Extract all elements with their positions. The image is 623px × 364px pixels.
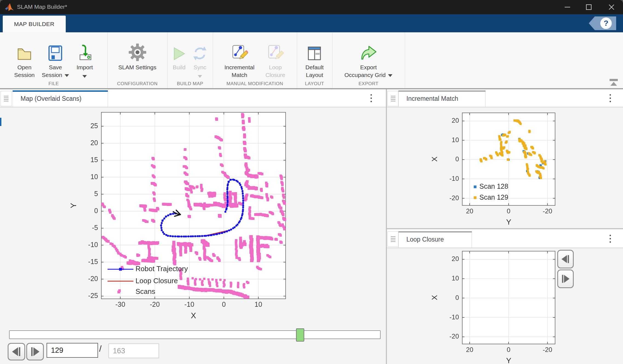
map-panel-title: Map (Overlaid Scans) (21, 95, 81, 102)
step-forward-icon (560, 274, 571, 284)
sync-button: Sync (192, 35, 208, 79)
step-forward-icon (29, 346, 41, 357)
tab-incremental-match[interactable]: Incremental Match (398, 90, 486, 107)
total-frames-input (108, 343, 159, 358)
frame-separator: / (99, 344, 102, 354)
loop-plot-canvas[interactable] (387, 248, 623, 364)
section-label-build-map: BUILD MAP (167, 81, 213, 87)
collapse-ribbon-button[interactable] (608, 78, 619, 87)
toolstrip: OpenSession SaveSession Import FILE (0, 32, 623, 89)
scan-slider-thumb[interactable] (296, 328, 304, 342)
loop-panel-grip[interactable] (387, 231, 398, 247)
export-occupancy-grid-button[interactable]: ExportOccupancy Grid (344, 35, 393, 79)
window-title: SLAM Map Builder* (17, 4, 67, 10)
import-button[interactable]: Import (76, 35, 93, 79)
map-panel-header: Map (Overlaid Scans) (0, 89, 386, 107)
section-manual-modification: IncrementalMatch LoopClosure MANUAL MODI… (213, 32, 297, 88)
tab-map-overlaid-scans[interactable]: Map (Overlaid Scans) (13, 90, 108, 107)
docked-panel-edge (0, 118, 1, 126)
loop-panel-title: Loop Closure (406, 236, 444, 243)
dropdown-arrow-icon (65, 74, 69, 77)
close-button[interactable] (603, 0, 620, 14)
section-configuration: SLAM Settings CONFIGURATION (107, 32, 168, 88)
sync-icon (192, 35, 208, 61)
loop-closure-button: LoopClosure (265, 35, 285, 79)
step-back-icon (560, 254, 571, 264)
incremental-plot-canvas[interactable] (387, 107, 623, 228)
section-export: ExportOccupancy Grid EXPORT (332, 32, 405, 88)
ribbon-strip: MAP BUILDER ? (0, 14, 623, 32)
dropdown-arrow-icon (388, 74, 392, 77)
loop-panel-menu-button[interactable] (606, 232, 614, 245)
incremental-panel-header: Incremental Match (387, 89, 623, 107)
section-label-configuration: CONFIGURATION (107, 81, 167, 87)
incremental-match-button[interactable]: IncrementalMatch (224, 35, 254, 79)
section-label-manual-modification: MANUAL MODIFICATION (213, 81, 297, 87)
incremental-panel-menu-button[interactable] (606, 91, 614, 105)
inactive-tab-stripe (398, 90, 486, 92)
dropdown-arrow-icon (82, 75, 87, 78)
question-mark-icon: ? (600, 18, 612, 29)
build-button: Build (172, 35, 186, 71)
maximize-button[interactable] (580, 0, 597, 14)
tab-map-builder[interactable]: MAP BUILDER (3, 16, 66, 32)
loop-previous-button[interactable] (557, 250, 574, 268)
loop-next-button[interactable] (557, 270, 574, 288)
edit-loop-icon (266, 35, 284, 61)
loop-panel-header: Loop Closure (387, 229, 623, 248)
section-label-file: FILE (0, 81, 107, 87)
slam-map-builder-window: SLAM Map Builder* MAP BUILDER ? OpenSess… (0, 0, 623, 364)
minimize-button[interactable] (559, 0, 576, 14)
save-session-button[interactable]: SaveSession (42, 35, 69, 79)
save-icon (47, 35, 63, 61)
edit-match-icon (231, 35, 248, 61)
section-file: OpenSession SaveSession Import FILE (0, 32, 108, 88)
inactive-tab-stripe (398, 231, 472, 233)
import-icon (76, 35, 93, 61)
section-label-export: EXPORT (332, 81, 405, 87)
map-plot-canvas[interactable] (0, 107, 386, 326)
dropdown-arrow-icon (198, 75, 202, 78)
incremental-panel-grip[interactable] (387, 91, 398, 106)
next-scan-button[interactable] (26, 343, 44, 360)
map-panel-menu-button[interactable] (367, 91, 375, 105)
incremental-panel-title: Incremental Match (406, 95, 458, 102)
layout-icon (306, 35, 322, 61)
export-arrow-icon (360, 35, 378, 61)
previous-scan-button[interactable] (8, 343, 25, 360)
default-layout-button[interactable]: DefaultLayout (305, 35, 324, 79)
step-back-icon (10, 346, 22, 357)
gear-icon (128, 35, 147, 61)
help-button[interactable]: ? (589, 16, 616, 30)
current-frame-input[interactable] (47, 343, 98, 358)
active-tab-stripe (13, 90, 108, 92)
scan-slider-track[interactable] (9, 330, 381, 339)
matlab-logo-icon (4, 3, 14, 12)
folder-icon (16, 35, 33, 61)
play-icon (172, 35, 186, 61)
section-label-layout: LAYOUT (297, 81, 332, 87)
section-build-map: Build Sync BUILD MAP (167, 32, 213, 88)
tab-loop-closure[interactable]: Loop Closure (398, 231, 472, 248)
title-bar: SLAM Map Builder* (0, 0, 623, 14)
open-session-button[interactable]: OpenSession (14, 35, 35, 79)
slam-settings-button[interactable]: SLAM Settings (118, 35, 156, 71)
map-panel-grip[interactable] (1, 91, 12, 106)
section-layout: DefaultLayout LAYOUT (297, 32, 332, 88)
